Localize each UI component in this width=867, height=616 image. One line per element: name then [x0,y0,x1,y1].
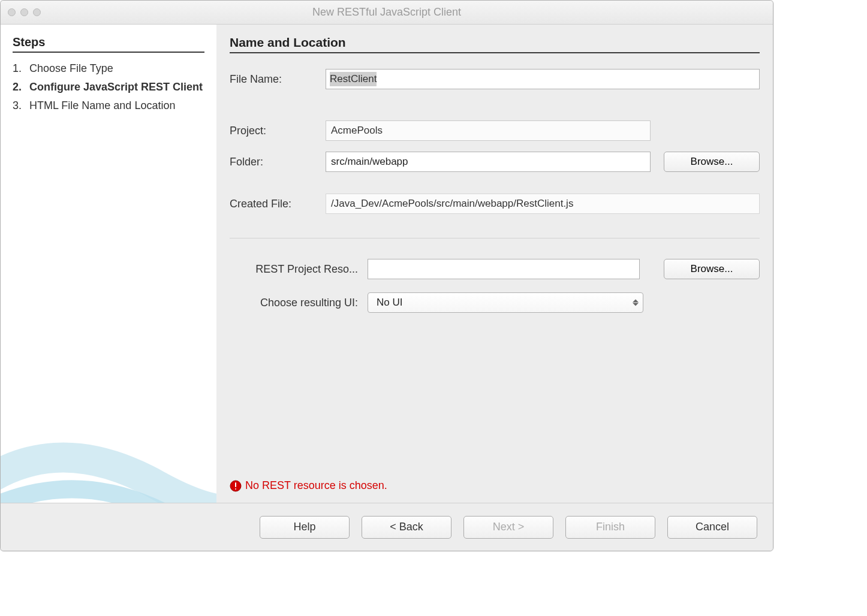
step-item: 1. Choose File Type [13,61,204,76]
step-number: 1. [13,61,29,76]
cancel-button[interactable]: Cancel [667,516,757,539]
choose-ui-value: No UI [377,297,402,309]
choose-ui-row: Choose resulting UI: No UI [230,292,760,313]
back-button[interactable]: < Back [362,516,451,539]
next-button[interactable]: Next > [463,516,553,539]
project-field: AcmePools [326,120,651,141]
folder-label: Folder: [230,156,326,168]
step-item: 3. HTML File Name and Location [13,98,204,113]
project-row: Project: AcmePools [230,120,760,141]
wizard-footer: Help < Back Next > Finish Cancel [1,503,773,551]
file-name-field[interactable]: RestClient [326,69,760,89]
svg-rect-2 [235,488,236,490]
created-file-field: /Java_Dev/AcmePools/src/main/webapp/Rest… [326,194,760,214]
step-label: HTML File Name and Location [29,98,204,113]
choose-ui-select-wrap: No UI [368,292,643,313]
close-window-icon[interactable] [8,8,16,16]
file-name-value: RestClient [330,72,377,86]
file-name-row: File Name: RestClient [230,69,760,89]
browse-rest-button[interactable]: Browse... [664,259,760,279]
folder-row: Folder: Browse... [230,152,760,172]
wizard-window: New RESTful JavaScript Client Steps 1. C… [0,0,773,551]
file-name-label: File Name: [230,73,326,86]
window-controls [8,8,41,16]
project-value: AcmePools [331,125,383,137]
step-label: Choose File Type [29,61,204,76]
step-number: 3. [13,98,29,113]
choose-ui-select[interactable]: No UI [368,292,643,313]
rest-resource-row: REST Project Reso... Browse... [230,259,760,279]
zoom-window-icon[interactable] [33,8,41,16]
steps-list: 1. Choose File Type 2. Configure JavaScr… [13,61,204,114]
divider [230,238,760,238]
browse-folder-button[interactable]: Browse... [664,152,760,172]
help-button[interactable]: Help [260,516,350,539]
rest-resource-field[interactable] [368,259,640,279]
error-message-text: No REST resource is chosen. [245,479,387,492]
main-pane: Name and Location File Name: RestClient … [216,25,773,503]
step-item: 2. Configure JavaScript REST Client [13,80,204,95]
section-heading: Name and Location [230,35,760,53]
svg-rect-1 [235,482,236,487]
project-label: Project: [230,125,326,137]
steps-heading: Steps [13,35,204,53]
decorative-wave-icon [1,377,216,503]
folder-field[interactable] [326,152,651,172]
window-title: New RESTful JavaScript Client [1,6,773,19]
minimize-window-icon[interactable] [20,8,28,16]
step-label: Configure JavaScript REST Client [29,80,204,95]
rest-resource-label: REST Project Reso... [230,263,368,276]
created-file-label: Created File: [230,198,326,210]
error-icon [230,480,242,492]
step-number: 2. [13,80,29,95]
steps-pane: Steps 1. Choose File Type 2. Configure J… [1,25,216,503]
created-file-value: /Java_Dev/AcmePools/src/main/webapp/Rest… [331,198,573,210]
error-message-row: No REST resource is chosen. [230,479,760,492]
finish-button[interactable]: Finish [565,516,655,539]
titlebar: New RESTful JavaScript Client [1,1,773,25]
choose-ui-label: Choose resulting UI: [230,297,368,309]
created-file-row: Created File: /Java_Dev/AcmePools/src/ma… [230,194,760,214]
